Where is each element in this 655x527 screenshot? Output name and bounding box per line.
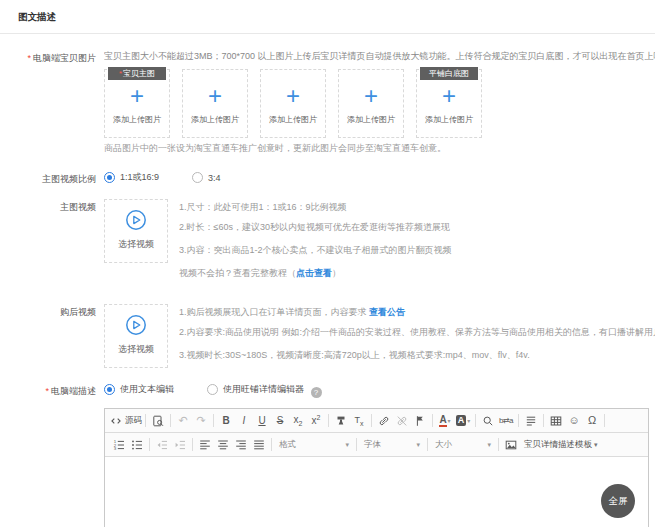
insert-image-button[interactable] [502,436,520,453]
preview-icon [152,415,164,427]
find-button[interactable] [479,412,497,429]
upload-image-list: *宝贝主图+添加上传图片+添加上传图片+添加上传图片+添加上传图片平铺白底图+添… [104,69,655,138]
required-mark: * [119,69,122,78]
source-code-label: 源码 [125,415,142,427]
radio-wangpu-editor[interactable]: 使用旺铺详情编辑器 [207,383,304,396]
upload-image-label: 添加上传图片 [261,114,325,125]
upload-image-box[interactable]: *宝贝主图+添加上传图片 [104,69,170,138]
select-post-video-button[interactable]: 选择视频 [104,304,168,368]
chevron-down-icon: ▾ [339,441,349,449]
remove-format-icon: Tx [355,415,364,427]
plus-icon: + [183,84,247,108]
align-center-icon [217,439,229,451]
plus-icon: + [417,84,481,108]
strikethrough-button[interactable]: S [271,412,289,429]
radio-unselected-icon [207,384,218,395]
remove-format-button[interactable]: Tx [350,412,368,429]
background-color-button[interactable]: A▾ [454,412,472,429]
replace-button[interactable]: b⇄a [497,412,515,429]
preview-button[interactable] [149,412,167,429]
form-row-pc-images: *电脑端宝贝图片 宝贝主图大小不能超过3MB；700*700 以上图片上传后宝贝… [0,50,655,155]
main-image-tag: *宝贝主图 [108,67,166,80]
format-painter-icon [335,415,347,427]
form-row-main-video: 主图视频 选择视频 1.尺寸：此处可使用1：1或16：9比例视频 2.时长：≤6… [0,199,655,285]
redo-button[interactable]: ↷ [192,412,210,429]
radio-text-editor[interactable]: 使用文本编辑 [104,383,174,396]
background-color-icon: A▾ [456,415,471,426]
subscript-icon: x2 [294,414,303,427]
special-char-button[interactable]: Ω [583,412,601,429]
superscript-button[interactable]: x2 [307,412,325,429]
pc-description-label: *电脑端描述 [0,383,96,398]
upload-image-box[interactable]: +添加上传图片 [338,69,404,138]
unordered-list-button[interactable] [128,436,146,453]
subscript-button[interactable]: x2 [289,412,307,429]
select-main-video-button[interactable]: 选择视频 [104,199,168,263]
italic-icon: I [243,415,246,426]
form-row-video-ratio: 主图视频比例 1:1或16:9 3:4 [0,171,655,186]
fullscreen-button[interactable]: 全屏 [601,484,635,518]
image-icon [505,439,517,451]
tutorial-link[interactable]: 点击查看 [296,268,332,278]
align-justify-button[interactable] [250,436,268,453]
play-icon [105,209,167,231]
upload-image-label: 添加上传图片 [183,114,247,125]
chevron-down-icon: ▾ [410,441,420,449]
format-dropdown[interactable]: 格式▾ [275,436,353,453]
help-icon[interactable]: ? [311,387,322,398]
align-right-button[interactable] [232,436,250,453]
italic-button[interactable]: I [235,412,253,429]
align-right-icon [235,439,247,451]
emoticon-icon: ☺ [568,415,579,426]
upload-image-box[interactable]: +添加上传图片 [260,69,326,138]
upload-image-box[interactable]: 平铺白底图+添加上传图片 [416,69,482,138]
format-painter-button[interactable] [332,412,350,429]
insert-table-button[interactable] [547,412,565,429]
anchor-icon [414,415,426,427]
remove-link-button[interactable] [393,412,411,429]
bold-button[interactable]: B [217,412,235,429]
radio-ratio-1-1-or-16-9[interactable]: 1:1或16:9 [104,171,159,184]
font-dropdown[interactable]: 字体▾ [360,436,424,453]
insert-link-button[interactable] [375,412,393,429]
announcement-link[interactable]: 查看公告 [369,307,405,317]
upload-image-label: 添加上传图片 [105,114,169,125]
editor-content-area[interactable]: 全屏 [105,457,648,527]
plus-icon: + [261,84,325,108]
source-code-button[interactable]: 源码 [110,412,142,429]
chevron-down-icon: ▾ [594,441,598,449]
underline-button[interactable]: U [253,412,271,429]
anchor-button[interactable] [411,412,429,429]
unordered-list-icon [131,439,143,451]
superscript-icon: x2 [312,414,321,426]
template-dropdown[interactable]: 宝贝详情描述模板▾ [524,439,598,451]
tab-image-text-description[interactable]: 图文描述 [18,11,56,22]
align-justify-icon [253,439,265,451]
size-dropdown[interactable]: 大小▾ [431,436,495,453]
upload-image-box[interactable]: +添加上传图片 [182,69,248,138]
undo-button[interactable]: ↶ [174,412,192,429]
ztc-sync-note: 商品图片中的一张设为淘宝直通车推广创意时，更新此图片会同步至淘宝直通车创意。 [104,142,655,155]
radio-ratio-3-4[interactable]: 3:4 [192,172,221,183]
editor-toolbar-row2: 123 格式▾ 字体▾ 大小▾ 宝贝详情描述模板▾ [105,433,648,457]
upload-image-label: 添加上传图片 [339,114,403,125]
upload-image-label: 添加上传图片 [417,114,481,125]
insert-table-icon [550,415,562,427]
align-left-button[interactable] [196,436,214,453]
white-background-tag: 平铺白底图 [420,67,478,80]
video-ratio-label: 主图视频比例 [0,171,96,186]
special-char-icon: Ω [588,415,596,426]
align-center-button[interactable] [214,436,232,453]
radio-selected-icon [104,172,115,183]
text-color-button[interactable]: A▾ [436,412,454,429]
pc-images-label: *电脑端宝贝图片 [0,50,96,65]
indent-button[interactable] [171,436,189,453]
underline-icon: U [258,415,265,426]
section-header: 图文描述 [0,0,655,34]
ordered-list-button[interactable]: 123 [110,436,128,453]
emoticon-button[interactable]: ☺ [565,412,583,429]
required-mark: * [27,53,31,63]
outdent-button[interactable] [153,436,171,453]
paragraph-format-button[interactable] [522,412,540,429]
svg-text:3: 3 [114,446,117,451]
